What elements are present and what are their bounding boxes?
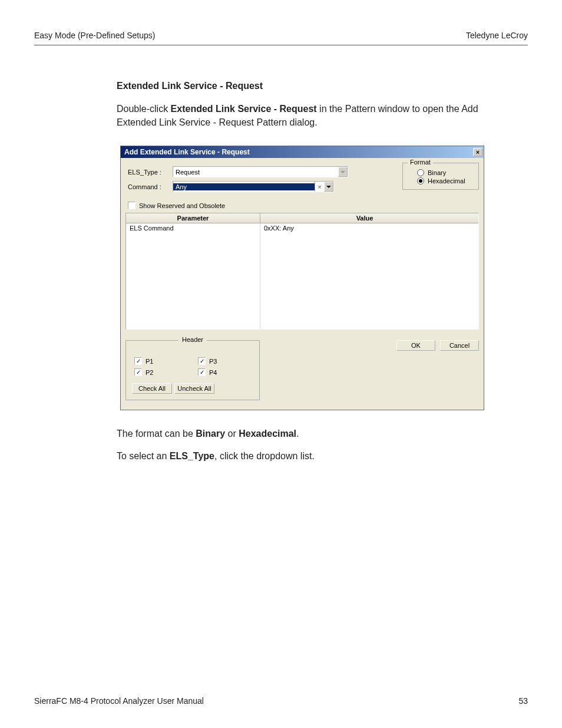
port-p2-checkbox[interactable]: P2	[134, 368, 187, 376]
table-row-value[interactable]: 0xXX: Any	[260, 223, 478, 329]
elstype-note-paragraph: To select an ELS_Type, click the dropdow…	[117, 449, 504, 463]
dialog-titlebar: Add Extended Link Service - Request ×	[121, 146, 484, 158]
command-dropdown[interactable]: Any ×	[173, 181, 334, 192]
format-binary-radio[interactable]: Binary	[411, 169, 472, 176]
header-left: Easy Mode (Pre-Defined Setups)	[34, 31, 155, 40]
clear-icon[interactable]: ×	[315, 182, 324, 192]
format-hex-radio[interactable]: Hexadecimal	[411, 177, 472, 185]
port-p4-checkbox[interactable]: P4	[198, 368, 251, 376]
cancel-button[interactable]: Cancel	[440, 340, 479, 351]
add-els-request-dialog: Add Extended Link Service - Request × EL…	[120, 146, 484, 410]
port-p1-checkbox[interactable]: P1	[134, 357, 187, 365]
format-note-paragraph: The format can be Binary or Hexadecimal.	[117, 427, 504, 440]
parameter-column-header[interactable]: Parameter	[126, 213, 260, 223]
uncheck-all-button[interactable]: Uncheck All	[174, 383, 214, 394]
header-groupbox: Header P1 P3 P2 P4 Check All Uncheck All	[125, 340, 260, 400]
ok-button[interactable]: OK	[396, 340, 435, 351]
show-reserved-checkbox[interactable]: Show Reserved and Obsolete	[128, 202, 479, 209]
section-title: Extended Link Service - Request	[117, 81, 504, 91]
header-right: Teledyne LeCroy	[466, 31, 528, 40]
dropdown-button-icon[interactable]	[338, 167, 348, 177]
format-legend: Format	[408, 159, 433, 166]
dialog-title-text: Add Extended Link Service - Request	[124, 148, 250, 156]
check-all-button[interactable]: Check All	[132, 383, 172, 394]
footer-page-number: 53	[518, 696, 528, 706]
dropdown-button-icon[interactable]	[324, 182, 333, 192]
command-label: Command :	[125, 183, 173, 190]
page-footer: SierraFC M8-4 Protocol Analyzer User Man…	[34, 696, 528, 706]
port-p3-checkbox[interactable]: P3	[198, 357, 251, 365]
value-column-header[interactable]: Value	[260, 213, 469, 223]
parameter-table: Parameter Value ELS Command 0xXX: Any	[125, 213, 479, 330]
format-groupbox: Format Binary Hexadecimal	[402, 163, 479, 190]
intro-paragraph: Double-click Extended Link Service - Req…	[117, 102, 504, 129]
page-header: Easy Mode (Pre-Defined Setups) Teledyne …	[34, 31, 528, 45]
els-type-label: ELS_Type :	[125, 169, 173, 176]
table-corner	[469, 213, 478, 223]
dialog-close-button[interactable]: ×	[473, 148, 482, 156]
table-row-parameter[interactable]: ELS Command	[126, 223, 260, 329]
els-type-dropdown[interactable]: Request	[173, 166, 348, 177]
header-legend: Header	[178, 336, 207, 343]
footer-left: SierraFC M8-4 Protocol Analyzer User Man…	[34, 696, 204, 706]
